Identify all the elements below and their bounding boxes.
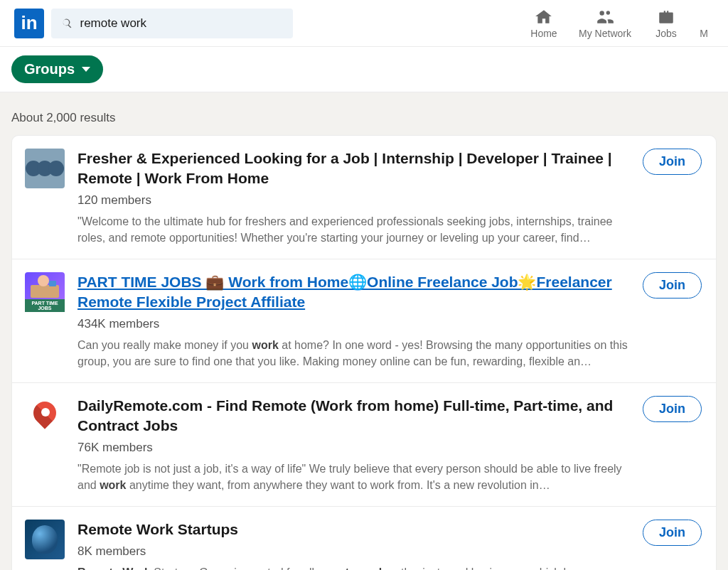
- group-row: Remote Work Startups 8K members Remote W…: [12, 507, 716, 570]
- group-avatar[interactable]: [25, 149, 65, 188]
- group-body: DailyRemote.com - Find Remote (Work from…: [77, 396, 643, 493]
- search-icon: [61, 17, 73, 30]
- group-body: Fresher & Experienced Looking for a Job …: [77, 149, 643, 246]
- join-button[interactable]: Join: [643, 272, 702, 299]
- search-input[interactable]: [80, 16, 283, 31]
- nav-jobs-label: Jobs: [655, 28, 677, 39]
- join-button[interactable]: Join: [643, 520, 702, 546]
- nav-home[interactable]: Home: [513, 8, 574, 39]
- nav-more-label: M: [700, 28, 708, 39]
- group-description: "Remote job is not just a job, it's a wa…: [77, 461, 631, 493]
- group-description: Remote Work Startups Group is created fo…: [77, 564, 631, 570]
- results-card: Fresher & Experienced Looking for a Job …: [11, 135, 717, 570]
- home-icon: [535, 8, 553, 26]
- filter-bar: Groups: [0, 47, 728, 92]
- group-row: Fresher & Experienced Looking for a Job …: [12, 136, 716, 259]
- group-members: 120 members: [77, 193, 631, 208]
- group-members: 76K members: [77, 441, 631, 455]
- join-button[interactable]: Join: [643, 149, 702, 175]
- nav-items: Home My Network Jobs M: [513, 8, 711, 39]
- nav-jobs[interactable]: Jobs: [636, 8, 697, 39]
- briefcase-icon: [657, 8, 675, 26]
- filter-groups-pill[interactable]: Groups: [11, 55, 103, 83]
- group-title[interactable]: DailyRemote.com - Find Remote (Work from…: [77, 396, 631, 436]
- chevron-down-icon: [82, 67, 90, 72]
- nav-network[interactable]: My Network: [574, 8, 636, 39]
- group-description: "Welcome to the ultimate hub for fresher…: [77, 213, 631, 246]
- group-row: PART TIME JOBS PART TIME JOBS 💼 Work fro…: [12, 259, 716, 383]
- group-title[interactable]: Fresher & Experienced Looking for a Job …: [77, 149, 631, 189]
- group-members: 434K members: [77, 317, 631, 331]
- content: About 2,000 results Fresher & Experience…: [0, 92, 728, 570]
- global-nav: in Home My Network Jobs M: [0, 0, 728, 47]
- group-title[interactable]: Remote Work Startups: [77, 520, 631, 539]
- group-members: 8K members: [77, 544, 631, 559]
- group-avatar[interactable]: [25, 520, 65, 559]
- nav-home-label: Home: [530, 28, 557, 39]
- nav-more-cut[interactable]: M: [697, 8, 711, 39]
- group-body: PART TIME JOBS 💼 Work from Home🌐Online F…: [77, 272, 643, 370]
- results-count: About 2,000 results: [11, 111, 717, 125]
- join-button[interactable]: Join: [643, 396, 702, 422]
- search-box[interactable]: [51, 9, 293, 38]
- group-body: Remote Work Startups 8K members Remote W…: [77, 520, 643, 570]
- group-row: DailyRemote.com - Find Remote (Work from…: [12, 383, 716, 507]
- people-icon: [596, 8, 614, 26]
- group-avatar[interactable]: PART TIME JOBS: [25, 272, 65, 312]
- linkedin-logo[interactable]: in: [14, 9, 44, 38]
- group-description: Can you really make money if you work at…: [77, 337, 631, 370]
- group-avatar[interactable]: [25, 396, 65, 436]
- filter-label: Groups: [24, 61, 75, 77]
- nav-network-label: My Network: [579, 28, 631, 39]
- group-title[interactable]: PART TIME JOBS 💼 Work from Home🌐Online F…: [77, 272, 631, 313]
